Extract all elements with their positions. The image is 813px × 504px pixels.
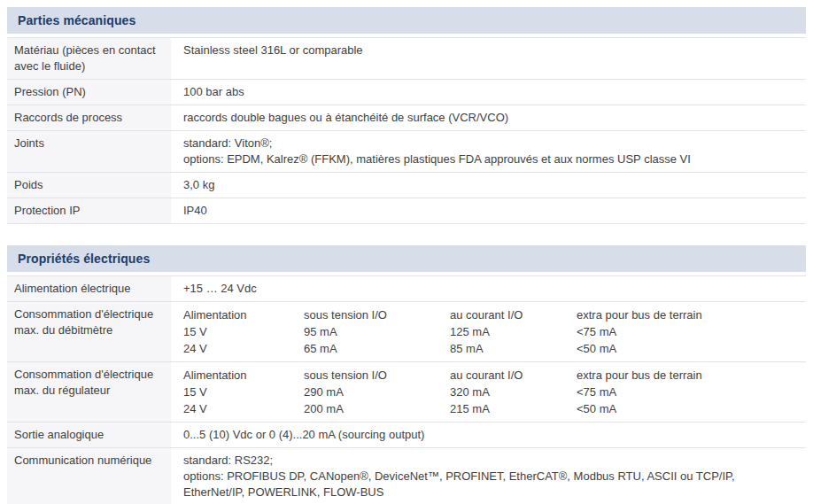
table-row-alimentation: Alimentation électrique +15 … 24 Vdc <box>7 275 806 301</box>
table-row-conso-debitmetre: Consommation d'électrique max. du débitm… <box>7 301 806 361</box>
row-value: IP40 <box>171 198 806 223</box>
table-row-poids: Poids 3,0 kg <box>7 172 806 198</box>
table-body: Matériau (pièces en contact avec le flui… <box>7 37 806 224</box>
value-line: options: PROFIBUS DP, CANopen®, DeviceNe… <box>183 469 797 500</box>
table-row-joints: Joints standard: Viton®; options: EPDM, … <box>7 130 806 172</box>
row-label: Alimentation électrique <box>7 276 171 301</box>
table-row-protection-ip: Protection IP IP40 <box>7 198 806 223</box>
table-row-materiau: Matériau (pièces en contact avec le flui… <box>7 37 806 79</box>
value-line: 100 bar abs <box>183 84 797 100</box>
value-line: IP40 <box>183 203 797 219</box>
grid-cell: 215 mA <box>450 400 577 417</box>
table-title: Parties mécaniques <box>18 13 136 27</box>
grid-cell: 24 V <box>183 340 304 357</box>
grid-cell: extra pour bus de terrain <box>577 367 797 384</box>
value-line: 3,0 kg <box>183 177 797 193</box>
grid-cell: 290 mA <box>304 384 450 400</box>
grid-cell: <75 mA <box>577 384 797 400</box>
grid-cell: 65 mA <box>304 340 450 357</box>
row-value: 100 bar abs <box>171 80 806 105</box>
table-row-sortie-analogique: Sortie analogique 0...5 (10) Vdc or 0 (4… <box>7 422 806 447</box>
grid-cell: 24 V <box>183 400 304 417</box>
row-value: 3,0 kg <box>171 173 806 198</box>
grid-cell: sous tension I/O <box>304 367 450 384</box>
grid-cell: 125 mA <box>450 323 577 340</box>
row-label: Consommation d'électrique max. du régula… <box>7 362 171 422</box>
value-line: options: EPDM, Kalrez® (FFKM), matières … <box>183 151 797 167</box>
grid-cell: au courant I/O <box>450 306 577 323</box>
value-line: raccords double bagues ou à étanchéité d… <box>183 110 797 126</box>
row-value-grid: Alimentation sous tension I/O au courant… <box>171 362 806 422</box>
grid-cell: 320 mA <box>450 384 577 400</box>
grid-cell: 15 V <box>183 384 304 400</box>
row-label: Consommation d'électrique max. du débitm… <box>7 302 171 361</box>
table-title: Propriétés électriques <box>18 252 150 266</box>
grid-cell: <50 mA <box>577 340 797 357</box>
table-row-communication: Communication numérique standard: RS232;… <box>7 447 806 504</box>
table-header-mecaniques: Parties mécaniques <box>7 7 806 34</box>
row-value: raccords double bagues ou à étanchéité d… <box>171 105 806 130</box>
row-label: Matériau (pièces en contact avec le flui… <box>7 38 171 79</box>
grid-cell: Alimentation <box>183 367 304 384</box>
grid-cell: <75 mA <box>577 323 797 340</box>
grid-cell: au courant I/O <box>450 367 577 384</box>
row-value: Stainless steel 316L or comparable <box>171 38 806 79</box>
grid-cell: 85 mA <box>450 340 577 357</box>
grid-cell: 15 V <box>183 323 304 340</box>
grid-cell: <50 mA <box>577 400 797 417</box>
table-row-raccords: Raccords de process raccords double bagu… <box>7 105 806 130</box>
row-label: Pression (PN) <box>7 80 171 105</box>
grid-cell: Alimentation <box>183 306 304 323</box>
grid-cell: extra pour bus de terrain <box>577 306 797 323</box>
spec-page: Parties mécaniques Matériau (pièces en c… <box>0 0 813 504</box>
row-label: Communication numérique <box>7 448 171 504</box>
row-value-grid: Alimentation sous tension I/O au courant… <box>171 302 806 361</box>
value-line: 0...5 (10) Vdc or 0 (4)...20 mA (sourcin… <box>183 427 797 443</box>
value-line: Stainless steel 316L or comparable <box>183 43 797 58</box>
row-value: +15 … 24 Vdc <box>171 276 806 301</box>
grid-cell: sous tension I/O <box>304 306 450 323</box>
row-label: Raccords de process <box>7 105 171 130</box>
row-label: Joints <box>7 131 171 172</box>
table-row-conso-regulateur: Consommation d'électrique max. du régula… <box>7 361 806 422</box>
row-label: Sortie analogique <box>7 423 171 447</box>
table-row-pression: Pression (PN) 100 bar abs <box>7 79 806 105</box>
grid-cell: 95 mA <box>304 323 450 340</box>
value-line: standard: RS232; <box>183 453 797 469</box>
row-value: standard: RS232; options: PROFIBUS DP, C… <box>171 448 806 504</box>
table-header-electriques: Propriétés électriques <box>7 245 806 272</box>
table-proprietes-electriques: Propriétés électriques Alimentation élec… <box>7 245 806 504</box>
row-label: Protection IP <box>7 198 171 223</box>
table-parties-mecaniques: Parties mécaniques Matériau (pièces en c… <box>7 7 806 224</box>
value-line: standard: Viton®; <box>183 136 797 151</box>
grid-cell: 200 mA <box>304 400 450 417</box>
row-label: Poids <box>7 173 171 198</box>
value-line: +15 … 24 Vdc <box>183 281 797 297</box>
row-value: standard: Viton®; options: EPDM, Kalrez®… <box>171 131 806 172</box>
row-value: 0...5 (10) Vdc or 0 (4)...20 mA (sourcin… <box>171 423 806 447</box>
table-body: Alimentation électrique +15 … 24 Vdc Con… <box>7 275 806 504</box>
